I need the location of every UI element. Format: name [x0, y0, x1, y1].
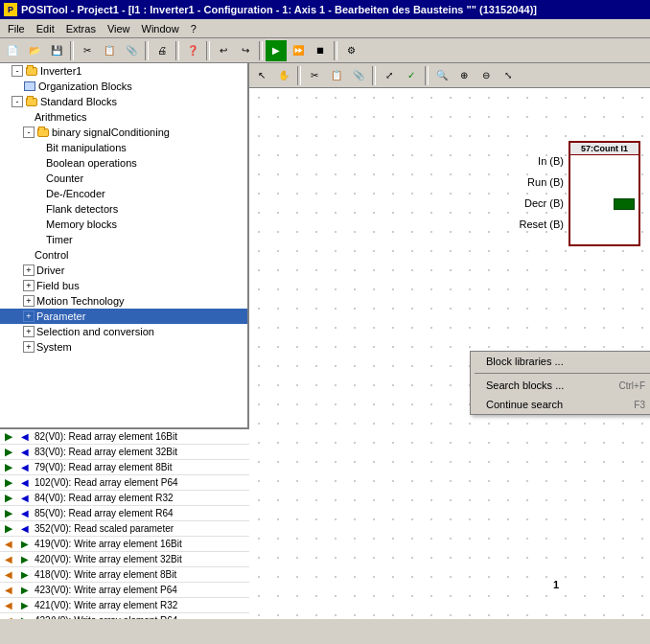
tree-item-org-blocks[interactable]: Organization Blocks: [0, 79, 247, 94]
tree-item-driver[interactable]: + Driver: [0, 263, 247, 278]
list-item-84[interactable]: ▶ ◀ 84(V0): Read array element R32: [0, 491, 249, 506]
menu-window[interactable]: Window: [136, 21, 185, 36]
block-libraries-label: Block libraries ...: [486, 356, 564, 367]
canvas-ptr-btn[interactable]: ↖: [251, 65, 272, 86]
expander[interactable]: +: [23, 326, 35, 337]
item-text: 102(V0): Read array element P64: [35, 477, 178, 488]
canvas-check-btn[interactable]: ✓: [401, 65, 422, 86]
expander[interactable]: -: [12, 65, 23, 77]
canvas-fit-btn[interactable]: ⤡: [498, 65, 519, 86]
read-icon: ▶: [2, 522, 15, 536]
canvas-wire-btn[interactable]: ⤢: [379, 65, 400, 86]
list-item-83[interactable]: ▶ ◀ 83(V0): Read array element 32Bit: [0, 445, 249, 460]
list-item-82[interactable]: ▶ ◀ 82(V0): Read array element 16Bit: [0, 429, 249, 445]
redo-btn[interactable]: ↪: [235, 40, 256, 61]
block-title: 57:Count I1: [570, 143, 638, 155]
context-menu-continue-search[interactable]: Continue search F3: [471, 395, 650, 414]
menu-edit[interactable]: Edit: [31, 21, 60, 36]
tree-item-de-encoder[interactable]: De-/Encoder: [0, 186, 247, 201]
paste-btn[interactable]: 📎: [121, 40, 142, 61]
run-btn[interactable]: ▶: [266, 40, 287, 61]
tree-item-parameter[interactable]: + Parameter: [0, 309, 247, 324]
menu-extras[interactable]: Extras: [60, 21, 102, 36]
signal-decr: Decr (B): [520, 193, 564, 214]
new-btn[interactable]: 📄: [2, 40, 23, 61]
canvas-zoom-btn[interactable]: ⊕: [453, 65, 475, 86]
list-item-85[interactable]: ▶ ◀ 85(V0): Read array element R64: [0, 506, 249, 521]
canvas-zoomout-btn[interactable]: ⊖: [476, 65, 497, 86]
expander[interactable]: +: [23, 295, 35, 307]
arrow-out-icon: ◀: [18, 476, 32, 490]
item-text: 82(V0): Read array element 16Bit: [35, 431, 177, 442]
tree-label: Bit manipulations: [46, 142, 127, 153]
tree-item-memory-blocks[interactable]: Memory blocks: [0, 217, 247, 232]
expander[interactable]: +: [23, 310, 35, 322]
menu-help[interactable]: ?: [185, 21, 202, 36]
menu-view[interactable]: View: [102, 21, 136, 36]
sep: [297, 66, 301, 85]
expander[interactable]: +: [23, 341, 35, 353]
context-menu-search-blocks[interactable]: Search blocks ... Ctrl+F: [471, 376, 650, 395]
menu-file[interactable]: File: [2, 21, 31, 36]
signal-in: In (B): [520, 150, 564, 172]
write2-icon: ▶: [18, 599, 32, 612]
list-item-422[interactable]: ◀ ▶ 422(V0): Write array element R64: [0, 613, 249, 619]
settings-btn[interactable]: ⚙: [340, 40, 361, 61]
stop-btn[interactable]: ⏹: [310, 40, 331, 61]
read-icon: ▶: [2, 476, 15, 490]
save-btn[interactable]: 💾: [46, 40, 67, 61]
print-btn[interactable]: 🖨: [151, 40, 173, 61]
write2-icon: ▶: [18, 538, 32, 551]
help-btn[interactable]: ❓: [182, 40, 203, 61]
tree-item-flank-detectors[interactable]: Flank detectors: [0, 201, 247, 217]
copy-btn[interactable]: 📋: [99, 40, 120, 61]
canvas-copy-btn[interactable]: 📋: [326, 65, 347, 86]
list-item-423[interactable]: ◀ ▶ 423(V0): Write array element P64: [0, 583, 249, 598]
tree-item-bit-manip[interactable]: Bit manipulations: [0, 140, 247, 155]
tree-item-arithmetics[interactable]: Arithmetics: [0, 109, 247, 125]
expander[interactable]: +: [23, 280, 35, 291]
canvas-paste-btn[interactable]: 📎: [348, 65, 369, 86]
canvas-cut-btn[interactable]: ✂: [304, 65, 325, 86]
tree-item-boolean-ops[interactable]: Boolean operations: [0, 155, 247, 171]
context-menu-block-libraries[interactable]: Block libraries ...: [471, 352, 650, 371]
cut-btn[interactable]: ✂: [77, 40, 98, 61]
tree-item-counter[interactable]: Counter: [0, 171, 247, 186]
count-block[interactable]: 57:Count I1: [569, 141, 640, 246]
tree-label: Counter: [46, 172, 83, 184]
arrow-out-icon: ◀: [18, 446, 32, 459]
tree-label: Control: [35, 249, 68, 261]
list-item-79[interactable]: ▶ ◀ 79(V0): Read array element 8Bit: [0, 460, 249, 475]
canvas-search-btn[interactable]: 🔍: [431, 65, 453, 86]
tree-item-control[interactable]: Control: [0, 247, 247, 263]
open-btn[interactable]: 📂: [24, 40, 45, 61]
tree-item-standard-blocks[interactable]: - Standard Blocks: [0, 94, 247, 109]
list-item-421[interactable]: ◀ ▶ 421(V0): Write array element R32: [0, 598, 249, 613]
tree-item-selection-conv[interactable]: + Selection and conversion: [0, 324, 247, 339]
tree-item-system[interactable]: + System: [0, 339, 247, 355]
expander[interactable]: -: [12, 96, 23, 107]
tree-label: Boolean operations: [46, 157, 137, 169]
list-item-418[interactable]: ◀ ▶ 418(V0): Write array element 8Bit: [0, 567, 249, 583]
arrow-out-icon: ◀: [18, 430, 32, 444]
tree-item-inverter1[interactable]: - Inverter1: [0, 63, 247, 79]
item-text: 421(V0): Write array element R32: [35, 600, 177, 610]
tree-item-timer[interactable]: Timer: [0, 232, 247, 247]
counter-number: 1: [553, 579, 559, 590]
list-item-352[interactable]: ▶ ◀ 352(V0): Read scaled parameter: [0, 521, 249, 537]
list-item-420[interactable]: ◀ ▶ 420(V0): Write array element 32Bit: [0, 552, 249, 567]
undo-btn[interactable]: ↩: [213, 40, 234, 61]
list-item-419[interactable]: ◀ ▶ 419(V0): Write array element 16Bit: [0, 537, 249, 552]
tree-item-field-bus[interactable]: + Field bus: [0, 278, 247, 293]
tree-item-motion-tech[interactable]: + Motion Technology: [0, 293, 247, 309]
canvas-hand-btn[interactable]: ✋: [273, 65, 294, 86]
tree-item-binary-signal[interactable]: - binary signalConditioning: [0, 125, 247, 140]
context-menu-sep: [475, 373, 650, 374]
expander[interactable]: +: [23, 264, 35, 276]
list-item-102[interactable]: ▶ ◀ 102(V0): Read array element P64: [0, 475, 249, 491]
expander[interactable]: -: [23, 126, 35, 138]
item-text: 423(V0): Write array element P64: [35, 585, 177, 595]
fast-fwd-btn[interactable]: ⏩: [288, 40, 309, 61]
separator4: [206, 41, 210, 60]
tree-label: Selection and conversion: [36, 326, 154, 337]
